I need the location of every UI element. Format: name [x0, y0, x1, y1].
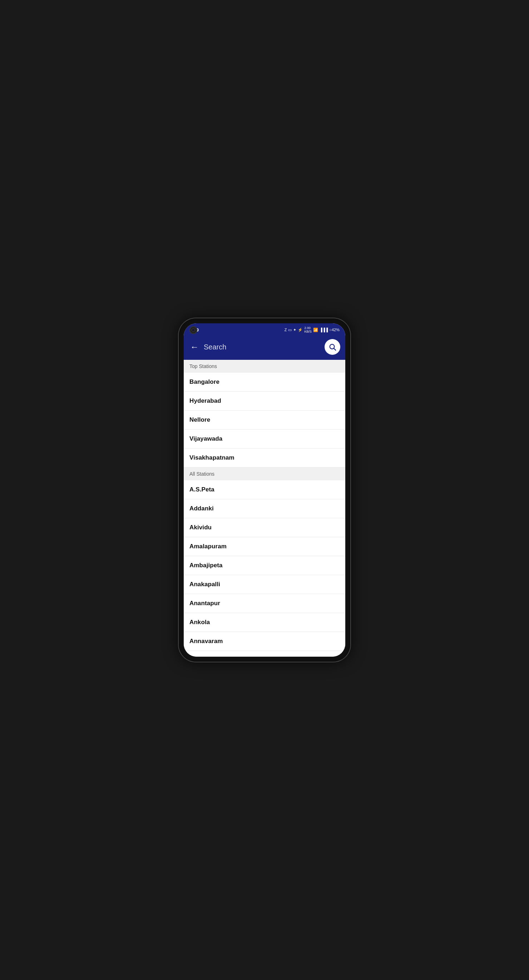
extra-icon: ✦: [293, 328, 296, 332]
station-name: Nellore: [189, 416, 210, 423]
camera-lens: [192, 328, 195, 332]
bluetooth-icon: ⚡: [298, 328, 303, 332]
phone-frame: 1:09 Z ▭ ✦ ⚡ 2.00KB/S 📶 ▐▐▐ ○42% ← Searc…: [179, 318, 350, 662]
list-item[interactable]: Hyderabad: [184, 391, 345, 410]
camera-cutout: [189, 326, 197, 334]
back-button[interactable]: ←: [189, 341, 200, 353]
search-input-container[interactable]: Search: [204, 342, 321, 352]
station-name: Visakhapatnam: [189, 454, 235, 461]
list-item[interactable]: Bangalore: [184, 373, 345, 391]
station-name: Vijayawada: [189, 435, 222, 442]
list-item[interactable]: Ambajipeta: [184, 556, 345, 575]
wifi-icon: 📶: [313, 328, 318, 332]
list-item[interactable]: Vijayawada: [184, 430, 345, 449]
section-header-1: All Stations: [184, 468, 345, 480]
list-item[interactable]: Akividu: [184, 518, 345, 537]
station-name: A.S.Peta: [189, 486, 214, 493]
station-name: Ankola: [189, 619, 210, 625]
station-name: Anantapur: [189, 600, 220, 606]
message-icon: ▭: [288, 328, 292, 332]
station-name: Bangalore: [189, 379, 219, 385]
list-item[interactable]: Amalapuram: [184, 537, 345, 556]
notification-icon: Z: [284, 328, 287, 332]
list-item[interactable]: Anakapalli: [184, 575, 345, 594]
station-name: Amalapuram: [189, 543, 227, 550]
list-item[interactable]: A.S.Peta: [184, 480, 345, 499]
search-icon: [329, 343, 336, 351]
list-item[interactable]: Anantapur: [184, 594, 345, 613]
search-placeholder: Search: [204, 343, 226, 351]
list-item[interactable]: Annavaram: [184, 632, 345, 651]
phone-screen: 1:09 Z ▭ ✦ ⚡ 2.00KB/S 📶 ▐▐▐ ○42% ← Searc…: [184, 323, 345, 657]
battery-icon: ○42%: [329, 328, 340, 332]
list-item[interactable]: Addanki: [184, 499, 345, 518]
data-speed: 2.00KB/S: [304, 326, 312, 333]
station-name: Annavaram: [189, 638, 223, 644]
section-header-0: Top Stations: [184, 360, 345, 373]
station-name: Hyderabad: [189, 398, 221, 404]
station-name: Anakapalli: [189, 581, 220, 588]
station-name: Ambajipeta: [189, 562, 223, 569]
list-item[interactable]: Ankola: [184, 613, 345, 632]
station-name: Addanki: [189, 505, 214, 512]
list-item[interactable]: Nellore: [184, 410, 345, 430]
list-item[interactable]: Avidi: [184, 651, 345, 657]
header: ← Search: [184, 336, 345, 360]
signal-icon: ▐▐▐: [319, 328, 328, 332]
content-area: Top StationsBangaloreHyderabadNelloreVij…: [184, 360, 345, 657]
status-icons: Z ▭ ✦ ⚡ 2.00KB/S 📶 ▐▐▐ ○42%: [284, 326, 340, 333]
station-name: Akividu: [189, 524, 211, 531]
status-bar: 1:09 Z ▭ ✦ ⚡ 2.00KB/S 📶 ▐▐▐ ○42%: [184, 323, 345, 336]
list-item[interactable]: Visakhapatnam: [184, 449, 345, 468]
svg-line-1: [334, 348, 336, 350]
search-button[interactable]: [324, 339, 340, 355]
